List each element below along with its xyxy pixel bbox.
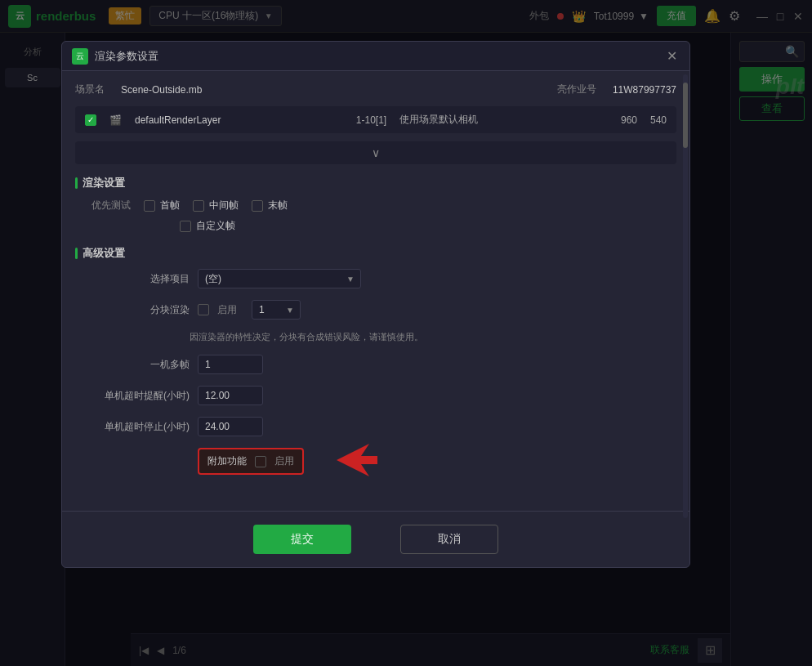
addon-enable-label: 启用 [274, 454, 294, 468]
job-label: 亮作业号 [557, 83, 596, 96]
split-value-wrapper: 1 [252, 300, 301, 320]
timeout-warn-input[interactable] [198, 386, 263, 405]
select-project-label: 选择项目 [91, 272, 190, 286]
split-note: 因渲染器的特性决定，分块有合成错误风险，请谨慎使用。 [75, 331, 676, 343]
modal-scrollbar-thumb [683, 83, 688, 148]
modal-scrollbar[interactable] [683, 74, 688, 518]
custom-frame-option: 自定义帧 [180, 219, 235, 233]
render-params-modal: 云 渲染参数设置 ✕ 场景名 Scene-Outside.mb 亮作业号 11W… [61, 41, 690, 568]
split-enable-label: 启用 [217, 303, 237, 317]
layer-camera: 使用场景默认相机 [399, 113, 608, 127]
modal-close-button[interactable]: ✕ [663, 48, 680, 65]
timeout-stop-input[interactable] [198, 417, 263, 436]
layer-name: defaultRenderLayer [135, 114, 343, 126]
timeout-warn-row: 单机超时提醒(小时) [75, 386, 676, 405]
split-render-label: 分块渲染 [91, 303, 190, 317]
modal-body: 场景名 Scene-Outside.mb 亮作业号 11W87997737 ✓ … [62, 71, 689, 511]
select-project-row: 选择项目 (空) [75, 269, 676, 288]
addon-container: 附加功能 启用 [75, 448, 676, 486]
select-project-wrapper: (空) [198, 269, 361, 288]
submit-button[interactable]: 提交 [253, 525, 351, 554]
timeout-stop-label: 单机超时停止(小时) [91, 420, 190, 434]
layer-height: 540 [650, 114, 667, 126]
chevron-down-icon: ∨ [372, 146, 380, 159]
timeout-warn-label: 单机超时提醒(小时) [91, 389, 190, 403]
custom-frame-checkbox[interactable] [180, 221, 191, 232]
layer-type-icon: 🎬 [109, 114, 122, 126]
first-frame-option: 首帧 [144, 199, 180, 212]
layer-checkbox[interactable]: ✓ [85, 114, 96, 126]
modal-title: 渲染参数设置 [95, 49, 158, 64]
first-frame-checkbox[interactable] [144, 200, 155, 212]
render-settings-section: 渲染设置 优先测试 首帧 中间帧 末帧 [75, 176, 676, 233]
select-project-dropdown[interactable]: (空) [198, 269, 361, 288]
modal-logo-icon: 云 [72, 48, 88, 65]
modal-footer: 提交 取消 [62, 511, 689, 567]
collapse-button[interactable]: ∨ [75, 141, 676, 164]
custom-frame-label: 自定义帧 [196, 219, 235, 233]
split-value-dropdown[interactable]: 1 [252, 300, 301, 320]
scene-label: 场景名 [75, 83, 105, 96]
middle-frame-option: 中间帧 [193, 199, 239, 212]
split-render-row: 分块渲染 启用 1 [75, 300, 676, 320]
timeout-stop-row: 单机超时停止(小时) [75, 417, 676, 436]
render-settings-header: 渲染设置 [75, 176, 676, 190]
priority-test-label: 优先测试 [91, 199, 131, 212]
table-row: ✓ 🎬 defaultRenderLayer 1-10[1] 使用场景默认相机 … [75, 106, 676, 133]
modal-titlebar: 云 渲染参数设置 ✕ [62, 42, 689, 71]
addon-text-label: 附加功能 [207, 454, 247, 468]
arrow-annotation [312, 440, 377, 481]
multi-frame-row: 一机多帧 [75, 355, 676, 374]
first-frame-label: 首帧 [160, 199, 180, 212]
custom-frame-row: 自定义帧 [75, 219, 676, 233]
layer-frames: 1-10[1] [356, 114, 386, 126]
layer-width: 960 [621, 114, 637, 126]
layer-table: ✓ 🎬 defaultRenderLayer 1-10[1] 使用场景默认相机 … [75, 106, 676, 133]
job-value: 11W87997737 [613, 84, 676, 96]
last-frame-label: 末帧 [268, 199, 288, 212]
cancel-button[interactable]: 取消 [400, 525, 498, 554]
multi-frame-label: 一机多帧 [91, 358, 190, 372]
multi-frame-input[interactable] [198, 355, 263, 374]
middle-frame-checkbox[interactable] [193, 200, 204, 212]
addon-enable-checkbox[interactable] [255, 456, 266, 467]
advanced-settings-header: 高级设置 [75, 246, 676, 261]
scene-value: Scene-Outside.mb [121, 84, 202, 96]
last-frame-option: 末帧 [252, 199, 288, 212]
last-frame-checkbox[interactable] [252, 200, 263, 212]
split-render-checkbox[interactable] [198, 304, 209, 315]
scene-info-row: 场景名 Scene-Outside.mb 亮作业号 11W87997737 [75, 83, 676, 96]
svg-marker-0 [337, 444, 377, 476]
middle-frame-label: 中间帧 [209, 199, 239, 212]
advanced-settings-section: 高级设置 选择项目 (空) 分块渲染 启用 1 [75, 246, 676, 486]
render-options: 优先测试 首帧 中间帧 末帧 [75, 199, 676, 212]
addon-feature-row: 附加功能 启用 [198, 448, 304, 475]
